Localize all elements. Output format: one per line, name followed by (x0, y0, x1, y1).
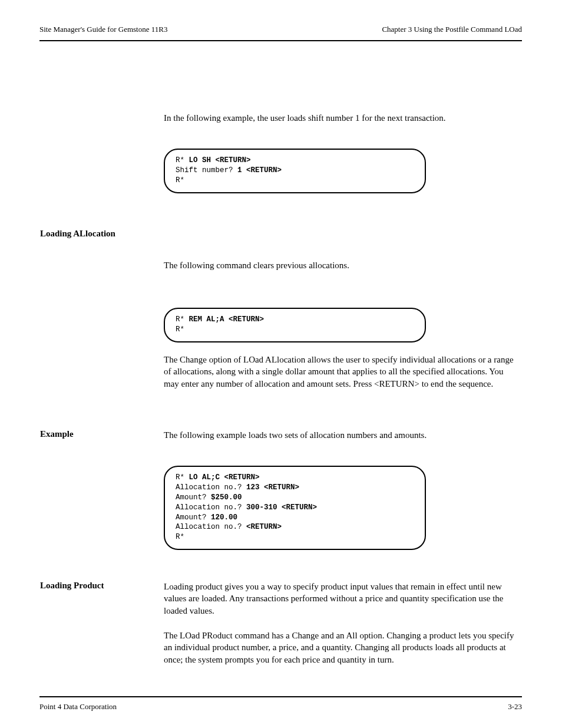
t3-l5a: Amount? (176, 513, 211, 522)
terminal-box-1: R* LO SH <RETURN> Shift number? 1 <RETUR… (164, 149, 426, 193)
t1-l3: R* (176, 176, 184, 185)
para-product-1: Loading product gives you a way to speci… (164, 581, 517, 617)
t3-l6b: <RETURN> (246, 523, 282, 531)
t1-l2a: Shift number? (176, 166, 237, 174)
header-right: Chapter 3 Using the Postfile Command LOa… (382, 25, 522, 34)
t3-l6a: Allocation no.? (176, 523, 246, 531)
t3-l4a: Allocation no.? (176, 503, 246, 512)
section-heading-allocation: Loading ALlocation (40, 229, 115, 239)
t1-l2b: 1 <RETURN> (237, 166, 282, 174)
t2-l2: R* (176, 325, 184, 334)
t1-l1b: LO SH <RETURN> (189, 156, 251, 164)
page: Site Manager's Guide for Gemstone 11R3 C… (0, 0, 562, 728)
t3-l3b: $250.00 (211, 493, 242, 502)
footer-right: 3-23 (508, 702, 522, 711)
example-label: Example (40, 429, 74, 439)
t3-l1a: R* (176, 473, 189, 482)
example-intro: The following example loads two sets of … (164, 429, 517, 441)
intro-paragraph: In the following example, the user loads… (164, 112, 517, 124)
t3-l2b: 123 <RETURN> (246, 483, 299, 492)
para-product-2: The LOad PRoduct command has a Change an… (164, 630, 517, 666)
rule-bottom (39, 696, 522, 697)
t1-l1a: R* (176, 156, 189, 164)
para-allocation: The following command clears previous al… (164, 259, 517, 271)
header-left: Site Manager's Guide for Gemstone 11R3 (39, 25, 167, 34)
t2-l1a: R* (176, 315, 189, 324)
para-allocation-after: The Change option of LOad ALlocation all… (164, 354, 517, 390)
terminal-box-3: R* LO AL;C <RETURN> Allocation no.? 123 … (164, 466, 426, 550)
t3-l4b: 300-310 <RETURN> (246, 503, 317, 512)
t3-l2a: Allocation no.? (176, 483, 246, 492)
t3-l5b: 120.00 (211, 513, 237, 522)
terminal-box-2: R* REM AL;A <RETURN> R* (164, 308, 426, 342)
t3-l7: R* (176, 533, 184, 541)
t2-l1b: REM AL;A <RETURN> (189, 315, 265, 324)
t3-l1b: LO AL;C <RETURN> (189, 473, 260, 482)
rule-top (39, 40, 522, 41)
section-heading-product: Loading Product (40, 581, 104, 591)
t3-l3a: Amount? (176, 493, 211, 502)
footer-left: Point 4 Data Corporation (39, 702, 117, 711)
